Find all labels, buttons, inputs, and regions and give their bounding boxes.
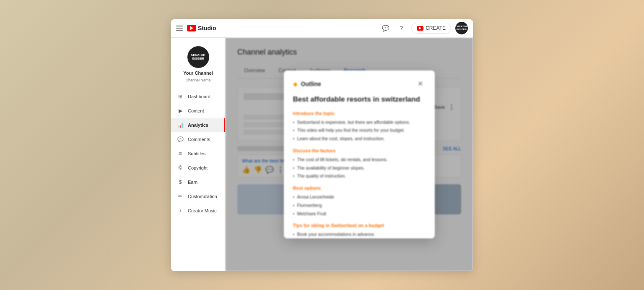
page-area: Channel analytics Overview Content Audie… (226, 38, 473, 271)
channel-avatar[interactable]: CREATORINSIDER (187, 46, 209, 68)
youtube-studio-logo: Studio (187, 25, 216, 31)
help-icon[interactable]: ? (395, 22, 407, 34)
outline-icon: ◆ (293, 81, 298, 87)
sidebar-item-analytics[interactable]: 📊 Analytics (171, 118, 225, 132)
section-heading-3: Best options (293, 185, 426, 191)
subtitles-icon: ≡ (177, 150, 184, 157)
sidebar-item-copyright[interactable]: © Copyright (171, 161, 225, 175)
bullet-1-1: Switzerland is expensive, but there are … (293, 118, 426, 127)
sidebar-label-earn: Earn (188, 180, 197, 185)
earn-icon: $ (177, 179, 184, 185)
content-icon: ▶ (177, 107, 184, 114)
outline-modal: ◆ Outline ✕ Best affordable resorts in s… (284, 71, 435, 238)
avatar-text: CREATOR INSIDER (455, 25, 468, 31)
customization-icon: ✏ (177, 193, 184, 200)
bullet-4-1: Book your accommodations in advance. (293, 230, 426, 238)
analytics-icon: 📊 (177, 122, 184, 128)
section-heading-1: Introduce the topic (293, 111, 426, 116)
sidebar-label-creator-music: Creator Music (188, 208, 216, 213)
sidebar-item-dashboard[interactable]: ⊞ Dashboard (171, 90, 225, 103)
section-heading-2: Discuss the factors (293, 148, 426, 153)
sidebar-label-subtitles: Subtitles (188, 151, 205, 156)
sidebar-item-creator-music[interactable]: ♪ Creator Music (171, 204, 225, 217)
modal-header: ◆ Outline ✕ (293, 79, 426, 89)
sidebar-label-content: Content (188, 108, 204, 113)
creator-music-icon: ♪ (177, 207, 184, 214)
modal-close-button[interactable]: ✕ (415, 79, 426, 89)
sidebar-label-comments: Comments (188, 137, 210, 142)
browser-window: Studio 💬 ? CREATE CREATOR INSIDER CREATO… (171, 19, 473, 271)
menu-icon[interactable] (176, 26, 183, 31)
create-button[interactable]: CREATE (411, 23, 451, 34)
bullet-3-3: Melchsee Frutt (293, 210, 426, 218)
top-bar-right: 💬 ? CREATE CREATOR INSIDER (379, 22, 468, 34)
create-label: CREATE (426, 25, 446, 31)
bullet-list-1: Switzerland is expensive, but there are … (293, 118, 426, 143)
bullet-1-3: Learn about the cost, slopes, and instru… (293, 135, 426, 143)
sidebar-item-subtitles[interactable]: ≡ Subtitles (171, 147, 225, 160)
channel-info: CREATORINSIDER Your Channel Channel Name (171, 42, 225, 89)
sidebar-label-copyright: Copyright (188, 165, 208, 170)
bullet-1-2: This video will help you find the resort… (293, 126, 426, 135)
bullet-2-3: The quality of instruction. (293, 172, 426, 180)
channel-name: Your Channel (183, 71, 213, 76)
sidebar-item-comments[interactable]: 💬 Comments (171, 133, 225, 146)
modal-overlay[interactable]: ◆ Outline ✕ Best affordable resorts in s… (226, 38, 473, 271)
sidebar-item-content[interactable]: ▶ Content (171, 104, 225, 118)
section-heading-4: Tips for skiing in Switzerland on a budg… (293, 223, 426, 228)
avatar[interactable]: CREATOR INSIDER (455, 22, 468, 34)
youtube-icon (187, 25, 196, 31)
top-bar: Studio 💬 ? CREATE CREATOR INSIDER (171, 19, 473, 38)
feedback-icon[interactable]: 💬 (379, 22, 391, 34)
studio-label: Studio (198, 25, 216, 31)
bullet-list-4: Book your accommodations in advance. Tak… (293, 230, 426, 238)
sidebar: CREATORINSIDER Your Channel Channel Name… (171, 38, 226, 271)
sidebar-label-dashboard: Dashboard (188, 94, 210, 99)
modal-video-title: Best affordable resorts in switzerland (293, 95, 426, 104)
sidebar-label-analytics: Analytics (188, 123, 208, 128)
sidebar-label-customization: Customization (188, 194, 217, 199)
sidebar-item-customization[interactable]: ✏ Customization (171, 190, 225, 203)
copyright-icon: © (177, 165, 184, 171)
comments-icon: 💬 (177, 136, 184, 143)
bullet-2-2: The availability of beginner slopes. (293, 164, 426, 172)
bullet-3-2: Flumserberg (293, 201, 426, 210)
yt-create-icon (417, 26, 423, 31)
main-content: CREATORINSIDER Your Channel Channel Name… (171, 38, 473, 271)
dashboard-icon: ⊞ (177, 93, 184, 100)
channel-handle: Channel Name (185, 78, 210, 82)
bullet-3-1: Arosa Lenzerheide (293, 193, 426, 201)
bullet-2-1: The cost of lift tickets, ski rentals, a… (293, 156, 426, 164)
bullet-list-3: Arosa Lenzerheide Flumserberg Melchsee F… (293, 193, 426, 218)
modal-title-label: Outline (301, 81, 321, 87)
bullet-list-2: The cost of lift tickets, ski rentals, a… (293, 156, 426, 180)
sidebar-item-earn[interactable]: $ Earn (171, 175, 225, 189)
